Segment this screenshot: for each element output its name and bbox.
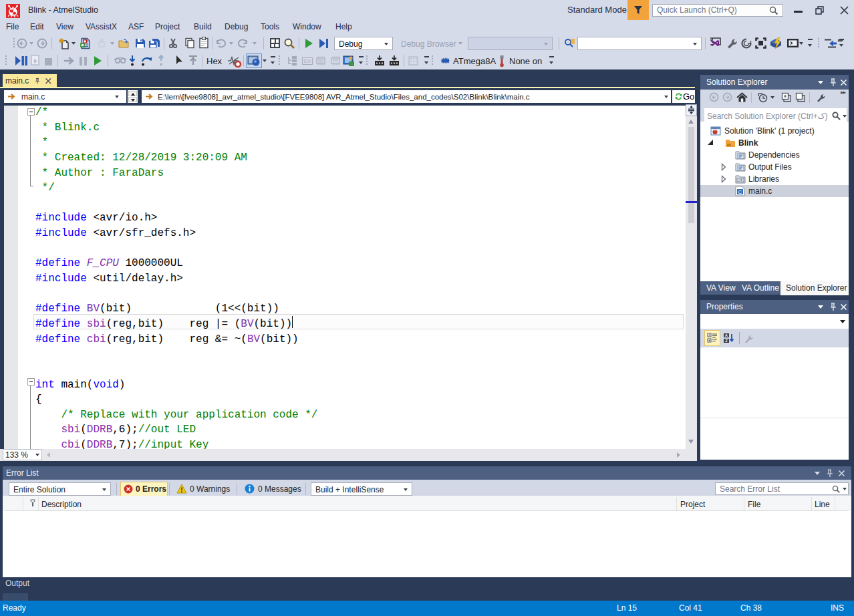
svg-text:A: A bbox=[725, 333, 728, 337]
svg-text:Z: Z bbox=[725, 339, 728, 343]
svg-text:C: C bbox=[738, 189, 742, 195]
